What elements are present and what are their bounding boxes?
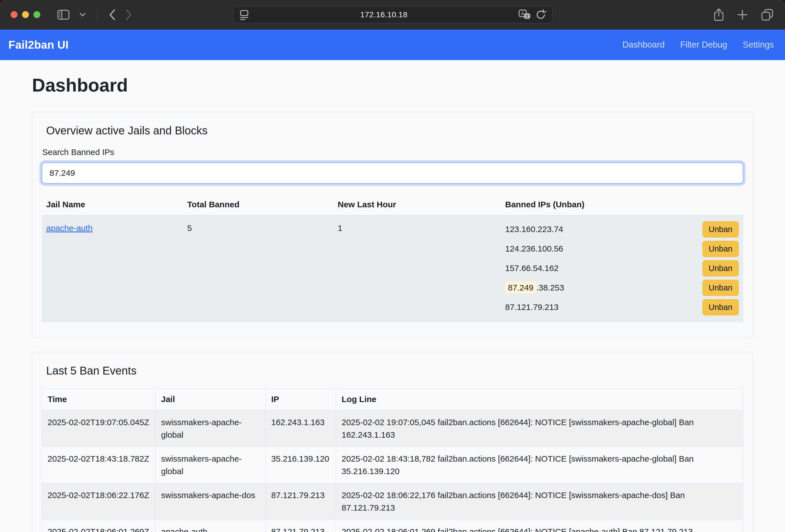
ban-events-card-title: Last 5 Ban Events (46, 364, 743, 377)
banned-ip-row: 157.66.54.162 Unban (501, 258, 743, 278)
event-jail: apache-auth (155, 520, 265, 532)
banned-ips-cell: 123.160.223.74 Unban 124.236.100.56 Unba… (501, 216, 743, 322)
events-header-row: Time Jail IP Log Line (42, 388, 743, 410)
unban-button[interactable]: Unban (702, 280, 739, 296)
tab-overview-icon[interactable] (761, 8, 774, 21)
banned-ip-value: 87.249.38.253 (505, 283, 564, 293)
zoom-window-button[interactable] (33, 11, 40, 18)
brand-logo[interactable]: Fail2ban UI (8, 39, 69, 51)
col-banned-ips: Banned IPs (Unban) (501, 195, 743, 216)
browser-window: 172.16.10.18 A 文 (0, 0, 785, 532)
jails-table: Jail Name Total Banned New Last Hour Ban… (42, 195, 743, 322)
address-bar[interactable]: 172.16.10.18 A 文 (233, 6, 553, 23)
event-jail: swissmakers-apache-global (155, 447, 265, 483)
event-log-line: 2025-02-02 19:07:05,045 fail2ban.actions… (336, 410, 743, 447)
total-banned-cell: 5 (183, 216, 333, 322)
svg-text:A: A (521, 11, 524, 17)
sidebar-toggle-icon[interactable] (57, 9, 70, 20)
page-title: Dashboard (32, 75, 753, 96)
unban-button[interactable]: Unban (702, 221, 739, 237)
col-jail: Jail (155, 388, 265, 410)
overview-card-title: Overview active Jails and Blocks (46, 124, 743, 137)
ban-event-row: 2025-02-02T18:06:01.269Z apache-auth 87.… (42, 520, 743, 532)
banned-ip-value: 157.66.54.162 (505, 263, 559, 273)
event-jail: swissmakers-apache-dos (155, 483, 265, 520)
event-log-line: 2025-02-02 18:43:18,782 fail2ban.actions… (336, 447, 743, 483)
minimize-window-button[interactable] (22, 11, 29, 18)
banned-ip-value: 87.121.79.213 (505, 302, 559, 312)
event-ip: 87.121.79.213 (265, 520, 336, 532)
search-match-highlight: 87.249 (505, 282, 536, 294)
ban-events-table: Time Jail IP Log Line 2025-02-02T19:07:0… (42, 388, 743, 532)
banned-ip-row: 87.121.79.213 Unban (501, 298, 743, 317)
banned-ip-row: 123.160.223.74 Unban (501, 220, 743, 239)
banned-ip-value: 124.236.100.56 (505, 244, 563, 253)
back-button[interactable] (108, 9, 116, 21)
banned-ip-value: 123.160.223.74 (505, 225, 563, 234)
traffic-lights (10, 11, 40, 18)
event-time: 2025-02-02T18:06:01.269Z (42, 520, 155, 532)
unban-button[interactable]: Unban (702, 260, 739, 277)
translate-icon[interactable]: A 文 (518, 9, 531, 20)
event-time: 2025-02-02T18:06:22.176Z (42, 483, 155, 520)
nav-links: Dashboard Filter Debug Settings (622, 40, 774, 50)
nav-item-filter-debug[interactable]: Filter Debug (680, 40, 727, 50)
jails-table-header-row: Jail Name Total Banned New Last Hour Ban… (42, 195, 743, 216)
event-time: 2025-02-02T19:07:05.045Z (42, 410, 155, 447)
col-total-banned: Total Banned (183, 195, 333, 216)
col-log-line: Log Line (336, 388, 743, 410)
event-log-line: 2025-02-02 18:06:01,269 fail2ban.actions… (336, 520, 743, 532)
jail-name-cell: apache-auth (42, 216, 183, 322)
sidebar-chevron-down-icon[interactable] (79, 12, 86, 17)
url-text: 172.16.10.18 (249, 10, 518, 19)
ban-event-row: 2025-02-02T18:43:18.782Z swissmakers-apa… (42, 447, 743, 483)
unban-button[interactable]: Unban (702, 299, 739, 315)
nav-item-settings[interactable]: Settings (743, 40, 774, 50)
ban-event-row: 2025-02-02T18:06:22.176Z swissmakers-apa… (42, 483, 743, 520)
page-content: Dashboard Overview active Jails and Bloc… (0, 60, 785, 532)
browser-toolbar: 172.16.10.18 A 文 (0, 0, 785, 29)
search-banned-ips-label: Search Banned IPs (42, 148, 743, 157)
search-banned-ips-input[interactable] (42, 162, 743, 184)
col-jail-name: Jail Name (42, 195, 183, 216)
nav-item-dashboard[interactable]: Dashboard (622, 40, 664, 50)
col-new-last-hour: New Last Hour (333, 195, 501, 216)
close-window-button[interactable] (10, 11, 18, 18)
app-navbar: Fail2ban UI Dashboard Filter Debug Setti… (0, 29, 785, 60)
event-ip: 87.121.79.213 (265, 483, 336, 520)
event-ip: 35.216.139.120 (265, 447, 336, 483)
reader-mode-icon[interactable] (239, 9, 249, 20)
toolbar-divider (97, 9, 97, 21)
col-time: Time (42, 388, 155, 410)
reload-icon[interactable] (536, 9, 546, 20)
event-time: 2025-02-02T18:43:18.782Z (42, 447, 155, 483)
svg-text:文: 文 (525, 14, 529, 19)
event-log-line: 2025-02-02 18:06:22,176 fail2ban.actions… (336, 483, 743, 520)
ban-event-row: 2025-02-02T19:07:05.045Z swissmakers-apa… (42, 410, 743, 447)
event-ip: 162.243.1.163 (265, 410, 336, 447)
jail-row: apache-auth 5 1 123.160.223.74 (42, 216, 743, 322)
event-jail: swissmakers-apache-global (155, 410, 265, 447)
ban-events-card: Last 5 Ban Events Time Jail IP Log Line … (32, 352, 753, 532)
banned-ip-row: 124.236.100.56 Unban (501, 239, 743, 258)
new-last-hour-cell: 1 (333, 216, 501, 322)
unban-button[interactable]: Unban (702, 241, 739, 257)
new-tab-icon[interactable] (737, 9, 748, 21)
banned-ip-row: 87.249.38.253 Unban (501, 278, 743, 298)
share-icon[interactable] (713, 8, 724, 21)
col-ip: IP (265, 388, 336, 410)
overview-card: Overview active Jails and Blocks Search … (32, 112, 753, 338)
jail-link[interactable]: apache-auth (46, 223, 93, 233)
banned-ip-list: 123.160.223.74 Unban 124.236.100.56 Unba… (501, 216, 743, 322)
forward-button[interactable] (125, 9, 132, 21)
